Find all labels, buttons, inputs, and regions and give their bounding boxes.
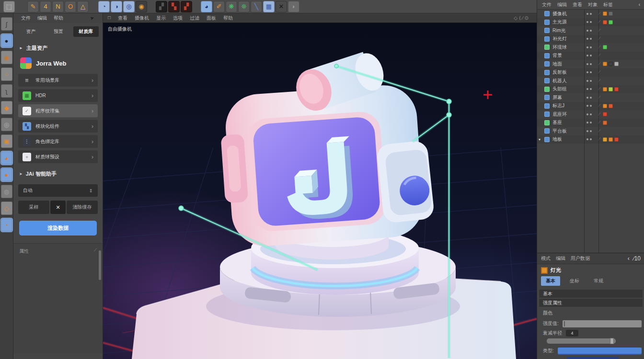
asset-item[interactable]: ▚ 模块化组件 ›	[18, 120, 98, 133]
sidebar-tab[interactable]: 资产	[18, 26, 44, 37]
mirror-tool-icon[interactable]: ◇	[1, 202, 12, 215]
attribute-menu-item[interactable]: 编辑	[556, 255, 565, 262]
section-header-basic[interactable]: 基本	[539, 290, 643, 298]
axis-cross-icon[interactable]: ✕	[276, 1, 287, 12]
shader-dark-icon[interactable]: ▞	[181, 1, 192, 12]
object-tags[interactable]	[603, 137, 644, 142]
viewport-menu-item[interactable]: 摄像机	[135, 15, 149, 22]
visibility-dots[interactable]	[584, 80, 594, 82]
selected-object-row[interactable]: 灯光	[537, 264, 644, 275]
地板[interactable]: ▾ 地板 ⟋	[537, 135, 644, 144]
toolbar-gap-1[interactable]	[16, 1, 26, 12]
enable-axis-icon[interactable]: ◎	[1, 118, 12, 131]
viewport-menu-item[interactable]: 过滤	[190, 15, 199, 22]
visibility-dots[interactable]	[584, 113, 594, 115]
orbit-view-icon[interactable]: ◑	[111, 1, 122, 12]
tag-icon[interactable]	[603, 121, 607, 125]
type-dropdown[interactable]	[558, 348, 642, 355]
object-tags[interactable]	[603, 87, 644, 91]
viewport-menu-item[interactable]: 显示	[156, 15, 166, 22]
平台板[interactable]: 平台板 ⟋	[537, 127, 644, 135]
tag-icon[interactable]	[609, 11, 613, 16]
主光源[interactable]: 主光源 ⟋	[537, 18, 644, 27]
lock-axis-icon[interactable]: ●	[1, 168, 12, 181]
地面[interactable]: 地面 ⟋	[537, 60, 644, 68]
object-tags[interactable]	[603, 45, 644, 49]
visibility-dots[interactable]	[584, 105, 594, 107]
mesh-tool-icon[interactable]: N	[52, 1, 64, 12]
pen-tool-icon[interactable]: ✎	[27, 1, 39, 12]
visibility-dots[interactable]	[584, 88, 594, 90]
mode-dropdown[interactable]: 自动 ⇕	[18, 184, 98, 197]
object-tags[interactable]	[603, 121, 644, 125]
attribute-tab[interactable]: 基本	[541, 276, 560, 286]
反射板[interactable]: 反射板 ⟋	[537, 68, 644, 77]
sidebar-scrollbar[interactable]	[99, 250, 101, 280]
背景[interactable]: 背景 ⟋	[537, 52, 644, 60]
viewport-hud-icons[interactable]: ◇⟨∕⊙	[514, 15, 530, 21]
viewport-menu-item[interactable]: 帮助	[223, 15, 233, 22]
sidebar-menu-item[interactable]: 帮助	[54, 15, 63, 22]
toolbar-gap-4[interactable]	[193, 1, 200, 12]
toolbar-gap-3[interactable]	[148, 1, 155, 12]
history-pager[interactable]: ‹ ∕10	[628, 255, 641, 262]
visibility-dots[interactable]	[584, 130, 594, 132]
section-header-intensity[interactable]: 强度属性	[539, 299, 643, 307]
visibility-dots[interactable]	[584, 63, 594, 65]
back-arrow-icon[interactable]: ‹	[628, 255, 630, 262]
outliner-menu-item[interactable]: 查看	[573, 1, 582, 8]
move-tool-icon[interactable]: ʃ	[1, 17, 12, 31]
机器人[interactable]: 机器人 ⟋	[537, 77, 644, 85]
asset-item[interactable]: ● 材质球预设 ›	[18, 150, 98, 163]
底座环[interactable]: 底座环 ⟋	[537, 110, 644, 119]
falloff-slider[interactable]	[547, 338, 616, 344]
sidebar-tab[interactable]: 材质库	[73, 26, 99, 37]
tag-icon[interactable]	[609, 104, 613, 108]
outliner-menu-item[interactable]: 编辑	[557, 1, 567, 8]
character-tool-icon[interactable]: ❋	[226, 1, 237, 12]
lamp-tool-icon[interactable]: ◉	[136, 1, 147, 12]
object-tags[interactable]	[603, 20, 644, 24]
assets-section-header[interactable]: ► 主题资产	[13, 40, 103, 56]
history-icon[interactable]: ◔	[1, 218, 12, 232]
摄像机[interactable]: 摄像机 ⟋	[537, 10, 644, 18]
object-tags[interactable]	[603, 104, 644, 108]
target-view-icon[interactable]: ◎	[123, 1, 135, 12]
collapse-panel-icon[interactable]: ‹	[639, 2, 640, 7]
sphere-gray-icon[interactable]: ◗	[288, 1, 299, 12]
model-mode-icon[interactable]: ●	[1, 34, 12, 47]
clear-cache-button[interactable]: 清除缓存	[67, 201, 98, 214]
tag-icon[interactable]	[603, 87, 607, 91]
falloff-input[interactable]: 4	[566, 330, 578, 337]
outliner-menu-item[interactable]: 文件	[542, 1, 552, 8]
material-dark-icon[interactable]: ▚	[168, 1, 180, 12]
补光灯[interactable]: 补光灯 ⟋	[537, 35, 644, 44]
visibility-dots[interactable]	[584, 122, 594, 123]
outliner-menu-item[interactable]: 对象	[588, 1, 598, 8]
visibility-dots[interactable]	[584, 138, 594, 140]
spline-pen-icon[interactable]: ╲	[251, 1, 262, 12]
tag-icon[interactable]	[603, 20, 607, 24]
tag-icon[interactable]	[603, 62, 607, 66]
cone-tool-icon[interactable]: △	[77, 1, 89, 12]
magnet-tool-icon[interactable]: 4	[40, 1, 51, 12]
asset-item[interactable]: ≣ 常用场景库 ›	[18, 74, 98, 87]
基座[interactable]: 基座 ⟋	[537, 119, 644, 127]
sidebar-menu-item[interactable]: 编辑	[37, 15, 47, 22]
intensity-input[interactable]	[563, 320, 642, 327]
标志J[interactable]: 标志J ⟋	[537, 102, 644, 111]
visibility-dots[interactable]	[584, 13, 594, 15]
tag-icon[interactable]	[614, 87, 619, 91]
brush-tool-icon[interactable]: ✐	[213, 1, 225, 12]
sphere-deformer-icon[interactable]: ❊	[238, 1, 250, 12]
ring-tool-icon[interactable]: O	[65, 1, 76, 12]
attribute-menu-item[interactable]: 用户数据	[571, 255, 590, 262]
undo-tool-icon[interactable]: ⬚	[3, 1, 15, 12]
sample-button[interactable]: 采样	[18, 201, 49, 214]
texture-dark-icon[interactable]: ▞	[156, 1, 167, 12]
expand-arrow-icon[interactable]: ▾	[539, 137, 540, 142]
visibility-dots[interactable]	[584, 21, 594, 23]
visibility-dots[interactable]	[584, 46, 594, 48]
viewport-menu-item[interactable]: 查看	[118, 15, 127, 22]
sidebar-tab[interactable]: 预置	[46, 26, 71, 37]
